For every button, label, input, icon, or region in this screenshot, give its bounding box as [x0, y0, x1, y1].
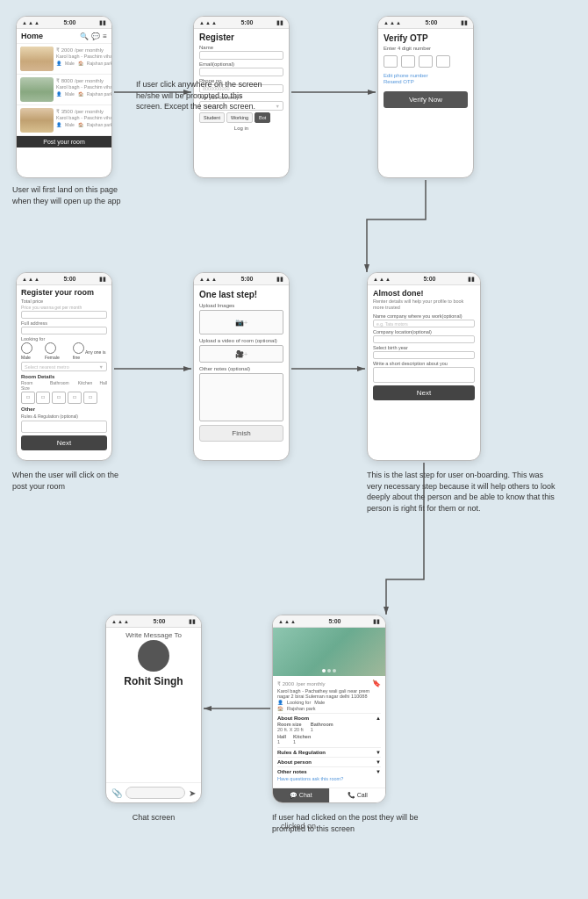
edit-phone-link[interactable]: Edit phone number [384, 73, 468, 78]
name-input[interactable] [199, 51, 283, 60]
room-size-cell-2[interactable]: □ [36, 392, 50, 404]
signal-icon-8: ▲▲▲ [278, 619, 297, 624]
any-option[interactable]: Any one is fine [73, 342, 107, 360]
chevron-down-icon-4: ▼ [376, 759, 381, 765]
otp-time: 5:00 [425, 19, 437, 25]
send-icon[interactable]: ➤ [189, 788, 196, 798]
room-details-grid: □ □ □ □ □ [17, 391, 111, 405]
chat-title-text: Write Message To [106, 628, 201, 640]
verify-btn[interactable]: Verify Now [384, 91, 468, 108]
finish-btn[interactable]: Finish [199, 425, 283, 442]
room-price-1: ₹ 2000 /per monthly [56, 47, 112, 53]
otp-title: Verify OTP [378, 29, 473, 45]
chat-input-row: 📎 ➤ [106, 782, 201, 802]
birth-year-input[interactable] [373, 351, 475, 359]
almostdone-caption: This is the last step for user on-boardi… [367, 470, 556, 514]
chat-action-btn[interactable]: 💬 Chat [273, 788, 330, 802]
bathroom-spec: Bathroom 1 [311, 722, 333, 732]
almostdone-next-btn[interactable]: Next [373, 385, 475, 400]
otp-subtitle: Enter 4 digit number [378, 45, 473, 52]
kitchen-cell[interactable]: □ [68, 392, 82, 404]
login-link[interactable]: Log in [194, 124, 289, 133]
home-caption: User wil first land on this page when th… [12, 184, 131, 206]
otp-box-2[interactable] [401, 55, 415, 68]
register-caption: If user click anywhere on the screen he/… [136, 79, 263, 112]
regroom-time: 5:00 [63, 276, 75, 282]
phone-home-header: ▲▲▲ 5:00 ▮▮ [17, 17, 111, 29]
signal-icon-4: ▲▲▲ [22, 277, 40, 282]
chevron-down-icon: ▼ [276, 104, 280, 109]
upload-video-label: Upload a video of room (optional) [194, 336, 289, 343]
room-meta-2: 👤 Male 🏠 Rajshan park [56, 91, 112, 97]
room-thumb-1 [20, 47, 54, 71]
person-icon: 🏠 [78, 61, 83, 66]
email-input[interactable] [199, 68, 283, 76]
notes-box[interactable] [199, 373, 283, 421]
other-notes-section: Other notes ▼ [277, 766, 381, 774]
company-location-input[interactable] [373, 335, 475, 343]
almostdone-time: 5:00 [423, 276, 435, 282]
hall-cell[interactable]: □ [83, 392, 97, 404]
other-label: Other [17, 405, 111, 413]
phone-home: ▲▲▲ 5:00 ▮▮ Home 🔍 💬 ≡ ₹ 2000 /per month… [16, 16, 112, 178]
description-input[interactable] [373, 367, 475, 383]
menu-icon[interactable]: ≡ [103, 32, 107, 40]
detail-person: 🏠 Rajshan park [277, 706, 381, 711]
upload-video-box[interactable]: 🎥+ [199, 345, 283, 363]
clicked-on-label: clicked on [281, 822, 316, 831]
chat-name: Rohit Singh [106, 675, 201, 691]
chevron-up-icon: ▲ [376, 716, 381, 721]
call-action-btn[interactable]: 📞 Call [330, 788, 386, 802]
room-card-2[interactable]: ₹ 8000 /per monthly Karol bagh - Paschim… [17, 75, 111, 105]
message-icon[interactable]: 💬 [91, 32, 100, 40]
male-option[interactable]: Male [21, 342, 39, 360]
total-price-input[interactable] [21, 311, 107, 319]
detail-question: Have questions ask this room? [277, 774, 381, 783]
chat-text-input[interactable] [125, 787, 185, 799]
dot-3 [333, 669, 336, 672]
about-person-title[interactable]: About person ▼ [277, 759, 381, 765]
address-input[interactable] [21, 327, 107, 334]
phone-last-step: ▲▲▲ 5:00 ▮▮ One last step! Upload Images… [193, 272, 290, 461]
post-room-btn[interactable]: Post your room [17, 136, 111, 147]
room-card-3[interactable]: ₹ 3500 /per monthly Karol bagh - Paschim… [17, 105, 111, 136]
bookmark-icon[interactable]: 🔖 [372, 680, 381, 687]
room-size-cell-1[interactable]: □ [21, 392, 35, 404]
register-time: 5:00 [240, 19, 253, 25]
room-price-3: ₹ 3500 /per monthly [56, 108, 112, 114]
dot-2 [327, 669, 331, 672]
resend-otp-link[interactable]: Resend OTP [384, 79, 468, 84]
otp-box-4[interactable] [436, 55, 450, 68]
otp-boxes [378, 52, 473, 71]
looking-for-label: Looking for [17, 335, 111, 342]
room-card-1[interactable]: ₹ 2000 /per monthly Karol bagh - Paschim… [17, 44, 111, 75]
signal-icon-7: ▲▲▲ [111, 619, 130, 624]
search-icon[interactable]: 🔍 [80, 32, 89, 40]
phone-regroom-header: ▲▲▲ 5:00 ▮▮ [17, 273, 111, 285]
room-specs: Room size 20 ft. X 20 ft Bathroom 1 [277, 721, 381, 733]
attachment-icon[interactable]: 📎 [111, 788, 122, 798]
detail-body: ₹ 2000 /per monthly 🔖 Karol bagh - Pacha… [273, 676, 385, 803]
rules-input[interactable] [21, 421, 107, 433]
company-label: Name company where you work(optional) [368, 313, 480, 319]
signal-icon-2: ▲▲▲ [199, 20, 218, 25]
room-specs-2: Hall 1 Kitchen 1 [277, 733, 381, 745]
person-detail-icon: 👤 [277, 700, 283, 705]
chevron-down-icon-5: ▼ [376, 769, 381, 774]
both-option[interactable]: Bot [255, 112, 270, 123]
detail-time: 5:00 [328, 618, 341, 624]
bathroom-cell[interactable]: □ [52, 392, 66, 404]
otp-box-3[interactable] [419, 55, 433, 68]
rules-title[interactable]: Rules & Regulation ▼ [277, 750, 381, 755]
female-option[interactable]: Female [45, 342, 68, 360]
student-option[interactable]: Student [199, 112, 225, 123]
notes-label: Other notes (optional) [194, 364, 289, 371]
upload-images-box[interactable]: 📷+ [199, 310, 283, 334]
company-input[interactable]: e.g. Tata motors [373, 320, 475, 327]
otp-box-1[interactable] [384, 55, 398, 68]
working-option[interactable]: Working [226, 112, 253, 123]
phone-otp: ▲▲▲ 5:00 ▮▮ Verify OTP Enter 4 digit num… [377, 16, 474, 178]
regroom-next-btn[interactable]: Next [21, 435, 107, 450]
looking-for-options: Male Female Any one is fine [17, 342, 111, 361]
metro-select[interactable]: Select nearest metro ▼ [21, 362, 107, 371]
